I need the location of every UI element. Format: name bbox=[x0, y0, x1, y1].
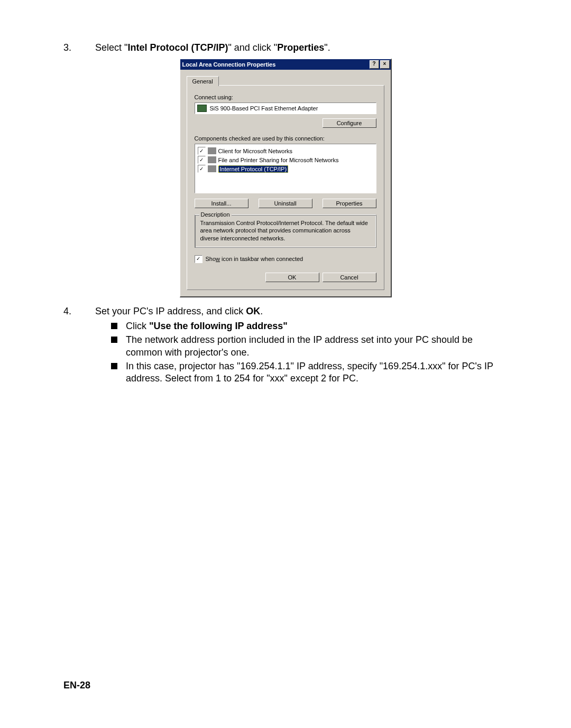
ok-button[interactable]: OK bbox=[265, 273, 319, 282]
bullet-square-icon bbox=[111, 337, 117, 343]
show-icon-accel: w bbox=[216, 256, 220, 262]
list-item-client[interactable]: ✓ Client for Microsoft Networks bbox=[197, 146, 374, 155]
help-button[interactable]: ? bbox=[370, 60, 379, 69]
client-icon bbox=[208, 147, 216, 154]
fileprint-label: File and Printer Sharing for Microsoft N… bbox=[218, 157, 339, 163]
dialog-screenshot: Local Area Connection Properties ? × Gen… bbox=[63, 59, 508, 297]
tab-general[interactable]: General bbox=[187, 76, 219, 86]
step3-bold2: Properties bbox=[277, 42, 324, 53]
bullet-2: The network address portion included in … bbox=[111, 334, 508, 359]
description-text: Transmission Control Protocol/Internet P… bbox=[200, 220, 368, 241]
description-group: Description Transmission Control Protoco… bbox=[195, 214, 376, 248]
adapter-icon bbox=[197, 105, 207, 112]
checkbox-fileprint[interactable]: ✓ bbox=[198, 156, 206, 164]
bullet-square-icon bbox=[111, 323, 117, 329]
show-icon-prefix: Sho bbox=[206, 256, 216, 262]
step3-number: 3. bbox=[63, 42, 95, 53]
bullet-square-icon bbox=[111, 363, 117, 369]
components-label: Components checked are used by this conn… bbox=[195, 135, 376, 142]
show-icon-label: Show icon in taskbar when connected bbox=[206, 256, 303, 262]
show-icon-suffix: icon in taskbar when connected bbox=[220, 256, 303, 262]
connect-using-label: Connect using: bbox=[195, 94, 376, 100]
step-3: 3. Select "Intel Protocol (TCP/IP)" and … bbox=[63, 42, 508, 53]
client-label: Client for Microsoft Networks bbox=[218, 148, 293, 154]
show-icon-checkbox[interactable]: ✓ bbox=[195, 255, 202, 263]
fileprint-icon bbox=[208, 156, 216, 163]
tcpip-icon bbox=[208, 165, 216, 172]
dialog-title: Local Area Connection Properties bbox=[182, 61, 276, 68]
show-icon-row[interactable]: ✓ Show icon in taskbar when connected bbox=[195, 255, 376, 263]
b1-prefix: Click bbox=[126, 321, 149, 331]
list-item-fileprint[interactable]: ✓ File and Printer Sharing for Microsoft… bbox=[197, 155, 374, 164]
bullet-3: In this case, projector has "169.254.1.1… bbox=[111, 360, 508, 385]
b1-bold: "Use the following IP address" bbox=[149, 321, 288, 331]
properties-button[interactable]: Properties bbox=[323, 199, 376, 208]
titlebar: Local Area Connection Properties ? × bbox=[180, 59, 391, 70]
install-button[interactable]: Install... bbox=[195, 199, 248, 208]
adapter-field: SiS 900-Based PCI Fast Ethernet Adapter bbox=[195, 102, 376, 114]
step4-text: Set your PC's IP address, and click OK. bbox=[95, 306, 508, 317]
bullet-1: Click "Use the following IP address" bbox=[111, 320, 508, 332]
step4-prefix: Set your PC's IP address, and click bbox=[95, 306, 246, 316]
step4-bullets: Click "Use the following IP address" The… bbox=[111, 320, 508, 385]
close-button[interactable]: × bbox=[380, 60, 390, 69]
page-number: EN-28 bbox=[63, 680, 90, 691]
components-listbox[interactable]: ✓ Client for Microsoft Networks ✓ File a… bbox=[195, 144, 376, 193]
step-4: 4. Set your PC's IP address, and click O… bbox=[63, 306, 508, 317]
properties-dialog: Local Area Connection Properties ? × Gen… bbox=[180, 59, 392, 297]
step4-number: 4. bbox=[63, 306, 95, 317]
b3-text: In this case, projector has "169.254.1.1… bbox=[126, 360, 508, 385]
step4-suffix: . bbox=[260, 306, 263, 316]
list-item-tcpip[interactable]: ✓ Internet Protocol (TCP/IP) bbox=[197, 164, 374, 173]
configure-button[interactable]: Configure bbox=[323, 118, 376, 128]
step3-prefix: Select " bbox=[95, 42, 127, 53]
step3-bold1: Intel Protocol (TCP/IP) bbox=[127, 42, 228, 53]
step3-suffix: ". bbox=[324, 42, 330, 53]
tab-panel: Connect using: SiS 900-Based PCI Fast Et… bbox=[187, 85, 384, 290]
checkbox-client[interactable]: ✓ bbox=[198, 147, 206, 155]
step3-mid: " and click " bbox=[228, 42, 277, 53]
adapter-name: SiS 900-Based PCI Fast Ethernet Adapter bbox=[210, 105, 318, 111]
cancel-button[interactable]: Cancel bbox=[323, 273, 376, 282]
b2-text: The network address portion included in … bbox=[126, 334, 508, 359]
step4-bold: OK bbox=[246, 306, 260, 316]
description-title: Description bbox=[199, 211, 232, 218]
checkbox-tcpip[interactable]: ✓ bbox=[198, 165, 206, 173]
tcpip-label: Internet Protocol (TCP/IP) bbox=[218, 165, 289, 173]
uninstall-button[interactable]: Uninstall bbox=[259, 199, 312, 208]
step3-text: Select "Intel Protocol (TCP/IP)" and cli… bbox=[95, 42, 508, 53]
